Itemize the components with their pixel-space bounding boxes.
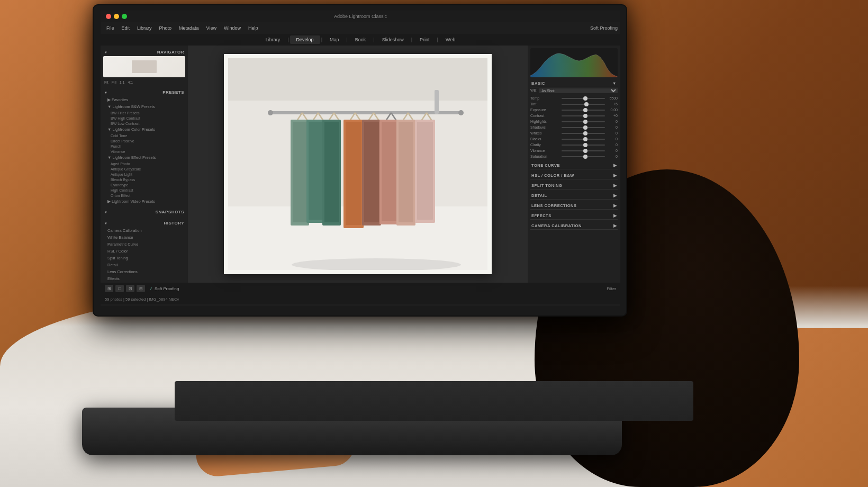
history-hsl[interactable]: HSL / Color [103, 248, 185, 255]
window-controls[interactable] [106, 14, 127, 19]
tab-develop[interactable]: Develop [290, 35, 320, 44]
history-lens[interactable]: Lens Corrections [103, 268, 185, 275]
tone-curve-header[interactable]: Tone Curve ▶ [530, 162, 618, 169]
zoom-fill[interactable]: Fill [112, 80, 116, 84]
menu-view[interactable]: View [203, 24, 220, 32]
tab-web[interactable]: Web [439, 35, 462, 44]
preset-antique-gray[interactable]: Antique Grayscale [103, 166, 185, 172]
menu-file[interactable]: File [103, 24, 117, 32]
lens-corrections-header[interactable]: Lens Corrections ▶ [530, 202, 618, 210]
preset-cyanotype[interactable]: Cyanotype [103, 182, 185, 187]
preset-lr-color[interactable]: ▼ Lightroom Color Presets [103, 126, 185, 133]
temp-track[interactable] [562, 98, 605, 99]
history-header[interactable]: History [103, 219, 185, 227]
menu-metadata[interactable]: Metadata [176, 24, 202, 32]
preset-lr-video[interactable]: ▶ Lightroom Video Presets [103, 198, 185, 205]
preset-high-contrast[interactable]: High Contrast [103, 187, 185, 193]
compare-btn[interactable]: ⊡ [126, 285, 134, 292]
clarity-track[interactable] [562, 145, 605, 146]
camera-calibration-toggle[interactable]: ▶ [613, 223, 617, 228]
saturation-thumb[interactable] [583, 155, 587, 159]
snapshots-header[interactable]: Snapshots [103, 208, 185, 216]
contrast-thumb[interactable] [583, 114, 587, 118]
zoom-fit[interactable]: Fit [104, 80, 108, 84]
whites-track[interactable] [562, 133, 605, 134]
tab-map[interactable]: Map [323, 35, 346, 44]
preset-lr-bw[interactable]: ▼ Lightroom B&W Presets [103, 103, 185, 110]
detail-toggle[interactable]: ▶ [613, 193, 617, 198]
tint-track[interactable] [562, 104, 605, 105]
preset-vibrance[interactable]: Vibrance [103, 149, 185, 154]
camera-calibration-header[interactable]: Camera Calibration ▶ [530, 222, 618, 230]
menu-photo[interactable]: Photo [156, 24, 175, 32]
filter-label[interactable]: Filter [607, 286, 616, 291]
keyboard[interactable] [175, 381, 693, 421]
survey-btn[interactable]: ⊟ [137, 285, 145, 292]
minimize-button[interactable] [114, 14, 119, 19]
menu-help[interactable]: Help [245, 24, 261, 32]
hsl-header[interactable]: HSL / Color / B&W ▶ [530, 172, 618, 179]
preset-bw-high[interactable]: BW High Contrast [103, 115, 185, 121]
tab-book[interactable]: Book [349, 35, 373, 44]
temp-thumb[interactable] [583, 96, 587, 101]
preset-direct-positive[interactable]: Direct Positive [103, 138, 185, 143]
maximize-button[interactable] [122, 14, 127, 19]
saturation-track[interactable] [562, 156, 605, 157]
preset-bw-low[interactable]: BW Low Contrast [103, 121, 185, 126]
history-camera-cal[interactable]: Camera Calibration [103, 227, 185, 234]
lens-corrections-toggle[interactable]: ▶ [613, 203, 617, 208]
menu-library[interactable]: Library [134, 24, 155, 32]
close-button[interactable] [106, 14, 111, 19]
highlights-track[interactable] [562, 121, 605, 122]
tone-curve-toggle[interactable]: ▶ [613, 163, 617, 168]
menu-window[interactable]: Window [221, 24, 244, 32]
preset-favorites[interactable]: ▶ Favorites [103, 96, 185, 103]
loupe-view-btn[interactable]: □ [115, 285, 124, 292]
history-detail[interactable]: Detail [103, 261, 185, 268]
soft-proofing-toggle[interactable]: Soft Proofing [149, 286, 179, 291]
history-effects[interactable]: Effects [103, 275, 185, 282]
basic-header[interactable]: Basic ▼ [530, 80, 618, 87]
preset-aged[interactable]: Aged Photo [103, 161, 185, 166]
preset-cold-tone[interactable]: Cold Tone [103, 133, 185, 138]
preset-antique-light[interactable]: Antique Light [103, 172, 185, 177]
whites-thumb[interactable] [583, 131, 587, 136]
effects-toggle[interactable]: ▶ [613, 213, 617, 218]
contrast-track[interactable] [562, 115, 605, 116]
highlights-thumb[interactable] [583, 120, 587, 124]
shadows-track[interactable] [562, 127, 605, 128]
navigator-header[interactable]: Navigator [103, 48, 185, 56]
basic-toggle[interactable]: ▼ [612, 81, 617, 86]
effects-header[interactable]: Effects ▶ [530, 212, 618, 220]
grid-view-btn[interactable]: ⊞ [105, 285, 113, 292]
shadows-thumb[interactable] [583, 125, 587, 130]
exposure-thumb[interactable] [583, 108, 587, 112]
history-camera-cal2[interactable]: Camera Calibration [103, 282, 185, 283]
vibrance-thumb[interactable] [583, 149, 587, 153]
preset-punch[interactable]: Punch [103, 143, 185, 149]
blacks-thumb[interactable] [583, 137, 587, 141]
tab-library[interactable]: Library [259, 35, 287, 44]
blacks-track[interactable] [562, 139, 605, 140]
preset-lr-effects[interactable]: ▼ Lightroom Effect Presets [103, 154, 185, 161]
history-white-balance[interactable]: White Balance [103, 234, 185, 241]
navigator-zoom-controls[interactable]: Fit Fill 1:1 4:1 [103, 79, 185, 85]
clarity-thumb[interactable] [583, 143, 587, 147]
zoom-1x[interactable]: 1:1 [120, 80, 125, 84]
preset-bw-filter[interactable]: BW Filter Presets [103, 110, 185, 115]
preset-bleach[interactable]: Bleach Bypass [103, 177, 185, 182]
tab-print[interactable]: Print [413, 35, 436, 44]
wb-select[interactable]: As Shot Auto Daylight [539, 88, 618, 93]
presets-header[interactable]: Presets [103, 88, 185, 96]
view-controls[interactable]: ⊞ □ ⊡ ⊟ [105, 285, 145, 292]
history-split-toning[interactable]: Split Toning [103, 255, 185, 261]
tab-slideshow[interactable]: Slideshow [376, 35, 410, 44]
preset-orton[interactable]: Orton Effect [103, 193, 185, 198]
menu-edit[interactable]: Edit [119, 24, 133, 32]
split-toning-toggle[interactable]: ▶ [613, 183, 617, 188]
detail-header[interactable]: Detail ▶ [530, 192, 618, 200]
hsl-toggle[interactable]: ▶ [613, 173, 617, 178]
split-toning-header[interactable]: Split Toning ▶ [530, 182, 618, 190]
tint-thumb[interactable] [584, 102, 589, 106]
filmstrip[interactable]: ◀ [101, 304, 620, 306]
